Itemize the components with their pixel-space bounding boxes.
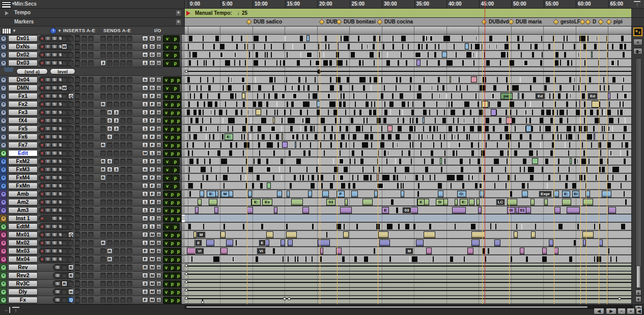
midi-clip[interactable] <box>426 44 428 49</box>
output-path-button[interactable]: 1 <box>149 150 155 156</box>
pan-view-button[interactable]: p <box>172 60 179 66</box>
midi-clip[interactable] <box>542 101 543 107</box>
track-name-rev[interactable]: Rev <box>8 264 38 271</box>
midi-clip[interactable] <box>300 52 301 58</box>
audio-clip[interactable] <box>567 207 580 214</box>
midi-clip[interactable] <box>330 85 334 91</box>
midi-clip[interactable] <box>188 126 190 132</box>
input-path-button[interactable]: 0 <box>142 273 148 278</box>
output-path-button[interactable]: F <box>149 93 155 99</box>
midi-clip[interactable] <box>411 159 412 164</box>
midi-clip[interactable] <box>578 134 579 140</box>
insert-slot-b[interactable] <box>68 248 74 254</box>
insert-slot-e[interactable] <box>88 216 94 221</box>
midi-clip[interactable] <box>555 60 558 66</box>
track-list-view-icon[interactable] <box>2 28 11 34</box>
midi-clip[interactable] <box>258 85 261 91</box>
midi-clip[interactable] <box>324 134 325 140</box>
output-window-icon[interactable]: ╪ <box>156 52 161 58</box>
audio-clip[interactable] <box>326 232 327 238</box>
insert-slot-b[interactable] <box>68 240 74 246</box>
midi-clip[interactable] <box>616 256 617 262</box>
midi-clip[interactable] <box>533 77 536 83</box>
midi-clip[interactable] <box>402 44 403 49</box>
midi-clip[interactable] <box>294 175 296 180</box>
midi-clip[interactable] <box>245 60 246 66</box>
send-slot-d[interactable] <box>120 159 126 164</box>
midi-clip[interactable] <box>241 134 242 140</box>
send-slot-a[interactable] <box>100 281 106 286</box>
midi-clip[interactable] <box>624 44 626 49</box>
record-arm-button[interactable] <box>40 176 44 180</box>
audio-clip[interactable] <box>308 191 312 197</box>
pan-view-button[interactable]: p <box>170 142 176 148</box>
output-path-button[interactable]: M <box>149 265 155 270</box>
midi-clip[interactable] <box>612 134 614 140</box>
midi-clip[interactable] <box>204 159 205 164</box>
lane-am2[interactable]: E:Ex03E0iE:LC <box>185 198 631 206</box>
midi-clip[interactable] <box>382 175 389 180</box>
midi-clip[interactable] <box>478 142 479 148</box>
midi-clip[interactable] <box>197 159 199 164</box>
midi-clip[interactable] <box>226 110 227 115</box>
output-window-icon[interactable]: ╪ <box>156 232 161 238</box>
midi-clip[interactable] <box>346 60 347 66</box>
midi-clip[interactable] <box>384 150 386 156</box>
midi-clip[interactable] <box>402 110 403 115</box>
midi-clip[interactable] <box>298 77 300 83</box>
midi-clip[interactable] <box>451 110 455 115</box>
midi-clip[interactable] <box>200 77 201 83</box>
labeled-clip[interactable]: M <box>197 231 206 238</box>
input-path-button[interactable]: 1 <box>142 142 148 148</box>
pan-view-button[interactable]: p <box>170 207 176 214</box>
midi-clip[interactable] <box>295 142 296 148</box>
pan-view-button[interactable]: p <box>170 191 176 197</box>
midi-clip[interactable] <box>574 159 576 164</box>
send-slot-c[interactable] <box>114 248 119 254</box>
track-name-mx04[interactable]: Mx04 <box>8 256 38 262</box>
midi-clip[interactable] <box>612 126 613 132</box>
midi-clip[interactable] <box>387 125 392 132</box>
midi-clip[interactable] <box>576 110 580 115</box>
midi-clip[interactable] <box>389 101 394 107</box>
midi-clip[interactable] <box>574 126 575 132</box>
record-arm-button[interactable] <box>40 102 44 107</box>
insert-slot-b[interactable] <box>68 256 74 262</box>
pan-view-button[interactable]: p <box>170 265 176 271</box>
midi-clip[interactable] <box>542 52 543 58</box>
midi-clip[interactable] <box>215 101 217 107</box>
midi-clip[interactable] <box>456 126 458 132</box>
midi-clip[interactable] <box>578 85 579 91</box>
track-name-edit[interactable]: Edit <box>8 150 38 156</box>
insert-slot-e[interactable] <box>88 159 94 164</box>
pan-view-button[interactable]: p <box>172 159 179 165</box>
midi-clip[interactable] <box>281 126 282 132</box>
solo-button[interactable]: S <box>51 151 58 155</box>
send-slot-e[interactable] <box>127 110 132 115</box>
midi-clip[interactable] <box>190 118 192 123</box>
midi-clip[interactable] <box>235 110 238 115</box>
midi-clip[interactable] <box>334 167 338 172</box>
midi-clip[interactable] <box>608 93 610 99</box>
midi-clip[interactable] <box>351 52 355 58</box>
audio-clip[interactable] <box>236 240 237 246</box>
send-slot-d[interactable] <box>120 110 126 115</box>
send-slot-c[interactable] <box>114 224 119 229</box>
insert-slot-b[interactable] <box>68 101 74 107</box>
midi-clip[interactable] <box>463 110 465 115</box>
send-slot-a[interactable] <box>100 77 106 83</box>
pan-view-button[interactable]: p <box>170 273 176 279</box>
send-slot-e[interactable] <box>127 77 132 83</box>
midi-clip[interactable] <box>356 224 358 229</box>
midi-clip[interactable] <box>309 93 310 99</box>
send-slot-b[interactable] <box>107 297 113 303</box>
midi-clip[interactable] <box>491 167 493 172</box>
midi-clip[interactable] <box>422 134 423 140</box>
midi-clip[interactable] <box>620 110 623 115</box>
lane-dx01[interactable] <box>185 35 631 43</box>
midi-clip[interactable] <box>188 174 189 180</box>
midi-clip[interactable] <box>454 44 455 49</box>
midi-clip[interactable] <box>590 110 593 115</box>
record-arm-button[interactable] <box>40 94 44 98</box>
midi-clip[interactable] <box>497 142 498 148</box>
